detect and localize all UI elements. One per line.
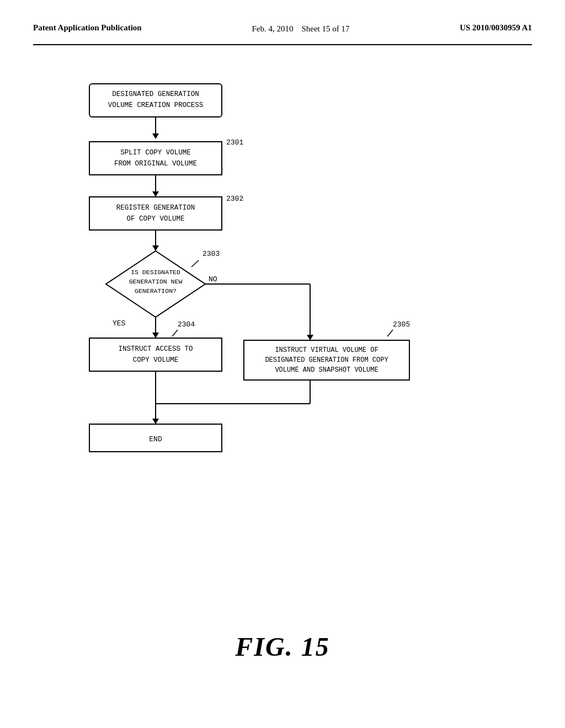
- no-label: NO: [209, 275, 217, 283]
- svg-marker-6: [152, 191, 159, 197]
- yes-label: YES: [113, 319, 126, 328]
- patent-number: US 2010/0030959 A1: [460, 22, 532, 34]
- start-box-line2: VOLUME CREATION PROCESS: [108, 101, 204, 109]
- svg-rect-0: [89, 84, 222, 117]
- box-2304-line1: INSTRUCT ACCESS TO: [118, 345, 193, 353]
- box-2305-line1: INSTRUCT VIRTUAL VOLUME OF: [275, 346, 378, 354]
- svg-marker-2: [152, 133, 159, 139]
- label-2305: 2305: [393, 320, 410, 329]
- diamond-2303-line3: GENERATION?: [135, 287, 177, 295]
- box-2305-line2: DESIGNATED GENERATION FROM COPY: [265, 356, 388, 364]
- label-2303: 2303: [202, 250, 220, 258]
- box-2304-line2: COPY VOLUME: [133, 356, 179, 364]
- label-2302: 2302: [226, 195, 243, 203]
- start-box-line1: DESIGNATED GENERATION: [112, 90, 199, 98]
- flowchart-diagram: DESIGNATED GENERATION VOLUME CREATION PR…: [45, 78, 520, 475]
- header-center: Feb. 4, 2010 Sheet 15 of 17: [252, 22, 349, 35]
- diamond-2303-line1: IS DESIGNATED: [131, 269, 180, 276]
- svg-rect-4: [89, 142, 222, 175]
- page: Patent Application Publication Feb. 4, 2…: [0, 0, 565, 728]
- svg-line-13: [172, 330, 178, 336]
- box-2305-line3: VOLUME AND SNAPSHOT VOLUME: [275, 366, 378, 374]
- svg-marker-18: [307, 335, 313, 340]
- svg-marker-26: [152, 419, 159, 424]
- svg-rect-20: [89, 338, 222, 371]
- box-end: END: [149, 435, 162, 443]
- box-2301-line2: FROM ORIGINAL VOLUME: [114, 160, 197, 168]
- box-2302-line2: OF COPY VOLUME: [126, 215, 184, 223]
- figure-caption: FIG. 15: [235, 631, 329, 662]
- publication-title: Patent Application Publication: [33, 22, 142, 34]
- box-2301-line1: SPLIT COPY VOLUME: [120, 149, 191, 157]
- svg-line-11: [191, 260, 199, 267]
- svg-line-19: [387, 330, 393, 336]
- svg-marker-10: [152, 245, 159, 251]
- label-2304: 2304: [178, 320, 195, 329]
- label-2301: 2301: [226, 138, 243, 147]
- svg-marker-15: [152, 333, 159, 338]
- header-divider: [33, 44, 532, 45]
- publication-date: Feb. 4, 2010: [252, 24, 293, 33]
- diamond-2303-line2: GENERATION NEW: [129, 278, 183, 285]
- svg-rect-8: [89, 197, 222, 230]
- sheet-number: Sheet 15 of 17: [301, 24, 349, 33]
- page-header: Patent Application Publication Feb. 4, 2…: [33, 22, 532, 39]
- box-2302-line1: REGISTER GENERATION: [116, 204, 195, 212]
